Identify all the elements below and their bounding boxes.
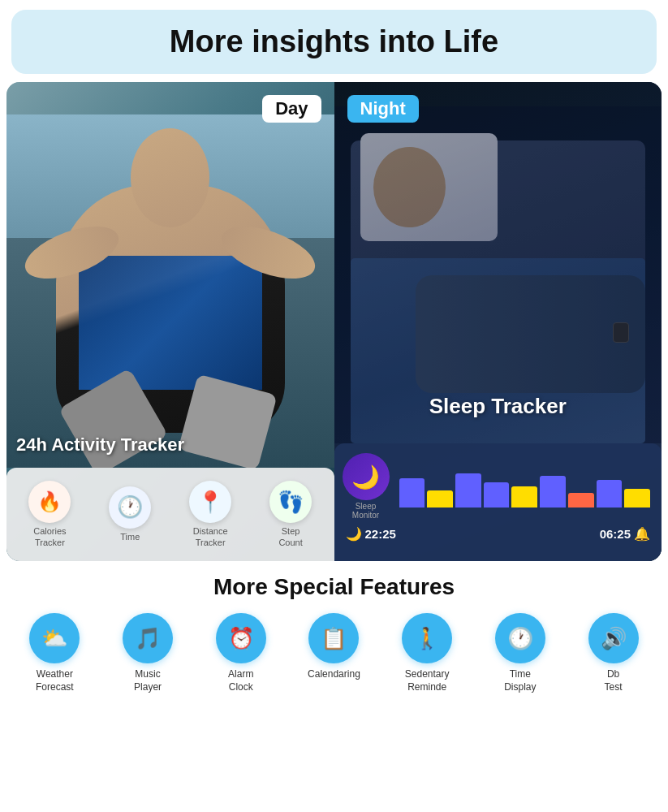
db-label: DbTest [605, 668, 623, 693]
alarm-label: AlarmClock [228, 668, 253, 693]
sleep-start-time: 🌙 22:25 [346, 526, 396, 542]
time-display-icon: 🕐 [507, 626, 533, 651]
feature-weather: ⛅ WeatherForecast [18, 613, 91, 693]
distance-icon-circle: 📍 [189, 481, 231, 523]
sleep-bar [597, 480, 623, 508]
time-display-icon-circle: 🕐 [495, 613, 545, 663]
weather-icon-circle: ⛅ [29, 613, 80, 663]
night-panel: Night Sleep Tracker 🌙 SleepMonitor 🌙 22:… [334, 82, 662, 561]
alarm-icon-circle: ⏰ [216, 613, 266, 663]
night-badge: Night [347, 95, 419, 123]
day-badge: Day [262, 95, 321, 123]
sleep-bar [624, 489, 650, 508]
sleep-monitor-circle: 🌙 [343, 453, 390, 500]
day-night-section: Day 24h Activity Tracker 🔥 CaloriesTrack… [6, 82, 662, 561]
end-time-value: 06:25 [600, 527, 631, 541]
feature-music: 🎵 MusicPlayer [111, 613, 184, 693]
sedentary-label: SedentaryReminde [405, 668, 450, 693]
footprints-icon: 👣 [278, 490, 304, 515]
calendar-label: Calendaring [308, 668, 360, 681]
sleep-monitor-label: SleepMonitor [352, 502, 379, 520]
calories-icon-circle: 🔥 [28, 481, 71, 523]
feature-calendar: 📋 Calendaring [297, 613, 370, 681]
step-icon-circle: 👣 [269, 481, 312, 523]
music-label: MusicPlayer [134, 668, 162, 693]
feature-db: 🔊 DbTest [577, 613, 650, 693]
header-section: More insights into Life [11, 10, 657, 74]
moon-icon: 🌙 [351, 464, 380, 490]
step-count-item: 👣 StepCount [269, 481, 312, 547]
clock-icon: 🕐 [117, 495, 143, 520]
sleep-bar [455, 473, 481, 508]
moon-small-icon: 🌙 [346, 526, 362, 542]
time-icon-circle: 🕐 [109, 486, 151, 529]
music-icon: 🎵 [135, 626, 161, 651]
page-title: More insights into Life [19, 24, 649, 59]
alarm-icon: ⏰ [228, 626, 254, 651]
fire-icon: 🔥 [37, 490, 62, 513]
sedentary-icon: 🚶 [414, 626, 440, 651]
sleep-monitor-row: 🌙 SleepMonitor [343, 453, 654, 520]
calendar-icon-circle: 📋 [308, 613, 359, 663]
day-icons-bar: 🔥 CaloriesTracker 🕐 Time 📍 DistanceTrack… [6, 468, 334, 561]
features-icons-row: ⛅ WeatherForecast 🎵 MusicPlayer ⏰ AlarmC… [8, 613, 660, 693]
sleep-tracker-label: Sleep Tracker [334, 394, 662, 419]
features-section: More Special Features ⛅ WeatherForecast … [0, 561, 668, 702]
start-time-value: 22:25 [365, 527, 396, 541]
sleep-bar [540, 476, 566, 508]
day-panel: Day 24h Activity Tracker 🔥 CaloriesTrack… [6, 82, 334, 561]
sleep-bar [511, 486, 537, 508]
sleep-chart [396, 465, 654, 508]
feature-sedentary: 🚶 SedentaryReminde [390, 613, 463, 693]
time-tracker-item: 🕐 Time [109, 486, 151, 542]
time-label: Time [120, 532, 140, 542]
weather-label: WeatherForecast [36, 668, 74, 693]
calories-tracker-item: 🔥 CaloriesTracker [28, 481, 71, 547]
distance-label: DistanceTracker [193, 526, 228, 547]
sleep-bar [399, 478, 425, 508]
sleep-times-row: 🌙 22:25 06:25 🔔 [343, 526, 654, 542]
sleep-card: 🌙 SleepMonitor 🌙 22:25 06:25 🔔 [334, 443, 662, 561]
activity-label: 24h Activity Tracker [16, 434, 184, 456]
weather-icon: ⛅ [41, 626, 67, 651]
sleep-end-time: 06:25 🔔 [600, 526, 650, 542]
sedentary-icon-circle: 🚶 [402, 613, 452, 663]
db-icon: 🔊 [601, 626, 627, 651]
features-title: More Special Features [8, 574, 660, 600]
sleep-bar [484, 482, 510, 508]
music-icon-circle: 🎵 [123, 613, 173, 663]
step-label: StepCount [278, 526, 302, 547]
sleep-bar [568, 493, 594, 508]
distance-tracker-item: 📍 DistanceTracker [189, 481, 231, 547]
calendar-icon: 📋 [321, 626, 347, 651]
db-icon-circle: 🔊 [588, 613, 639, 663]
location-icon: 📍 [197, 490, 223, 515]
time-display-label: TimeDisplay [504, 668, 536, 693]
calories-label: CaloriesTracker [33, 526, 66, 547]
sleep-bar [427, 490, 453, 508]
feature-time-display: 🕐 TimeDisplay [484, 613, 557, 693]
bell-icon: 🔔 [634, 526, 650, 542]
feature-alarm: ⏰ AlarmClock [205, 613, 278, 693]
